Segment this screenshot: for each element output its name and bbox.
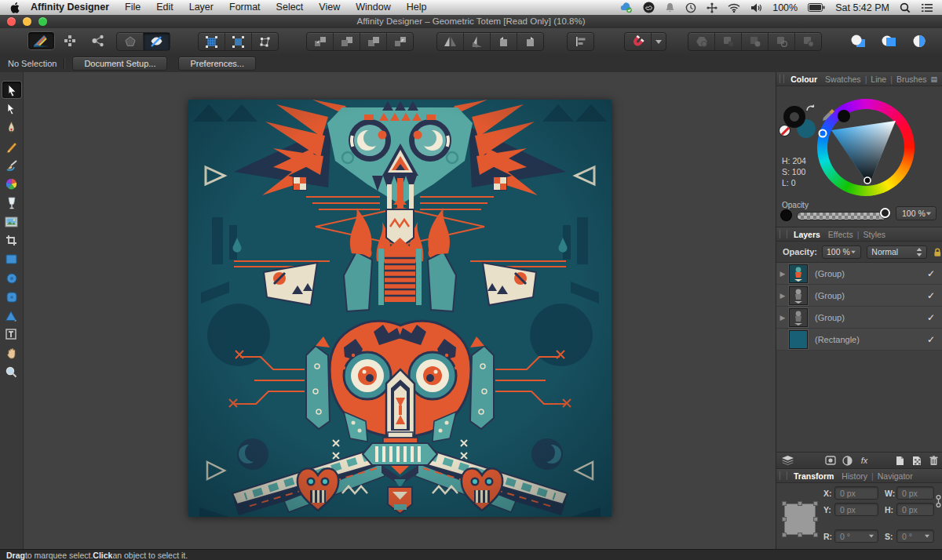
- snap-to-grid-button[interactable]: [225, 33, 252, 50]
- boolean-combine-button[interactable]: [795, 33, 821, 50]
- snapping-button[interactable]: [625, 33, 652, 50]
- layers-stack-icon[interactable]: [780, 453, 796, 467]
- pixel-persona-button[interactable]: [57, 32, 82, 49]
- fill-tool[interactable]: [2, 176, 21, 192]
- crosshair-icon[interactable]: [706, 2, 717, 13]
- layer-visibility-check[interactable]: ✓: [927, 312, 935, 323]
- layer-visibility-check[interactable]: ✓: [927, 334, 935, 345]
- h-field[interactable]: 0 px: [896, 503, 934, 516]
- rectangle-tool[interactable]: [2, 251, 21, 267]
- ellipse-tool[interactable]: [2, 270, 21, 286]
- triangle-tool[interactable]: [2, 307, 21, 324]
- alignment-button[interactable]: [568, 33, 593, 50]
- tab-line[interactable]: Line: [867, 75, 890, 84]
- boolean-divide-button[interactable]: [769, 33, 795, 50]
- no-fill-icon[interactable]: [780, 125, 790, 136]
- rounded-rectangle-tool[interactable]: [2, 289, 21, 305]
- layer-row[interactable]: ▶ (Group) ✓: [776, 307, 942, 329]
- menu-item-format[interactable]: Format: [221, 0, 268, 15]
- place-image-tool[interactable]: [2, 213, 21, 230]
- sync-status-icon[interactable]: [620, 2, 633, 13]
- panel-menu-icon[interactable]: ▤: [930, 75, 938, 83]
- opacity-value-dropdown[interactable]: 100 %: [896, 206, 937, 220]
- pen-tool[interactable]: [2, 119, 21, 136]
- transform-mode-button[interactable]: [252, 33, 278, 50]
- title-bar[interactable]: Affinity Designer – Geometric Totem [Rea…: [0, 15, 942, 29]
- menu-item-file[interactable]: File: [117, 0, 148, 15]
- triangle-handle[interactable]: [864, 177, 871, 184]
- layer-thumbnail[interactable]: [789, 264, 808, 283]
- document-setup-button[interactable]: Document Setup...: [72, 56, 167, 71]
- menu-item-window[interactable]: Window: [348, 0, 398, 15]
- tab-effects[interactable]: Effects: [824, 230, 857, 239]
- flip-horizontal-button[interactable]: [437, 33, 464, 50]
- time-machine-icon[interactable]: [685, 2, 696, 13]
- notification-center-icon[interactable]: [921, 3, 933, 13]
- boolean-intersect-button[interactable]: [742, 33, 769, 50]
- move-to-back-button[interactable]: [307, 33, 334, 50]
- s-field[interactable]: 0 °: [896, 529, 934, 543]
- node-tool[interactable]: [2, 100, 21, 117]
- add-mask-button[interactable]: [822, 453, 838, 467]
- secondary-swatch[interactable]: [838, 110, 850, 122]
- layer-row[interactable]: ▶ (Group) ✓: [776, 285, 942, 307]
- transparency-tool[interactable]: [2, 195, 21, 211]
- menu-item-view[interactable]: View: [311, 0, 348, 15]
- layer-thumbnail[interactable]: [789, 330, 808, 349]
- tab-navigator[interactable]: Navigator: [874, 471, 917, 481]
- insert-behind-button[interactable]: [845, 32, 871, 49]
- forward-one-button[interactable]: [360, 33, 387, 50]
- tab-transform[interactable]: Transform: [790, 471, 838, 481]
- swap-swatches-icon[interactable]: [805, 104, 816, 113]
- tab-brushes[interactable]: Brushes: [893, 75, 931, 84]
- menu-clock[interactable]: Sat 5:42 PM: [835, 2, 889, 13]
- menu-item-select[interactable]: Select: [268, 0, 312, 15]
- layer-thumbnail[interactable]: [789, 286, 808, 305]
- wifi-icon[interactable]: [728, 3, 740, 13]
- layer-thumbnail[interactable]: [789, 308, 808, 327]
- canvas-pasteboard[interactable]: [24, 72, 776, 549]
- eyedropper-icon[interactable]: [822, 108, 835, 122]
- artistic-text-tool[interactable]: [2, 326, 21, 343]
- add-fx-button[interactable]: fx: [856, 453, 872, 467]
- brush-tool[interactable]: [2, 157, 21, 173]
- menu-item-app[interactable]: Affinity Designer: [27, 0, 117, 15]
- edit-in-photo-button[interactable]: [117, 33, 144, 50]
- boolean-add-button[interactable]: [688, 33, 715, 50]
- menu-item-edit[interactable]: Edit: [148, 0, 181, 15]
- disclosure-icon[interactable]: ▶: [776, 292, 789, 300]
- layer-row[interactable]: (Rectangle) ✓: [776, 329, 942, 351]
- opacity-slider[interactable]: [797, 212, 886, 220]
- apple-menu-icon[interactable]: [9, 2, 20, 13]
- link-dimensions-icon[interactable]: [936, 494, 941, 508]
- tab-swatches[interactable]: Swatches: [821, 75, 865, 84]
- panel-grip[interactable]: [780, 75, 784, 83]
- stroke-swatch[interactable]: [783, 106, 805, 128]
- view-tool[interactable]: [2, 345, 21, 362]
- layer-visibility-check[interactable]: ✓: [927, 268, 935, 279]
- zoom-tool[interactable]: [2, 364, 21, 380]
- creative-cloud-icon[interactable]: [643, 2, 655, 13]
- volume-icon[interactable]: [750, 3, 762, 13]
- opacity-swatch[interactable]: [781, 210, 791, 220]
- notifications-icon[interactable]: [665, 2, 675, 13]
- canvas-artwork[interactable]: [188, 100, 612, 517]
- layer-row[interactable]: ▶ (Group) ✓: [776, 263, 942, 285]
- x-field[interactable]: 0 px: [834, 486, 878, 500]
- tab-styles[interactable]: Styles: [860, 230, 890, 239]
- rotate-cw-button[interactable]: [517, 33, 543, 50]
- menu-item-help[interactable]: Help: [399, 0, 435, 15]
- toggle-preview-mode-button[interactable]: [144, 33, 170, 50]
- insert-on-top-button[interactable]: [875, 32, 901, 49]
- snapping-dropdown[interactable]: [652, 33, 666, 50]
- tab-layers[interactable]: Layers: [790, 230, 824, 239]
- blend-mode-dropdown[interactable]: Normal: [867, 245, 927, 259]
- back-one-button[interactable]: [334, 33, 360, 50]
- delete-layer-button[interactable]: [926, 453, 942, 467]
- disclosure-icon[interactable]: ▶: [776, 314, 789, 322]
- menu-item-layer[interactable]: Layer: [181, 0, 221, 15]
- w-field[interactable]: 0 px: [896, 486, 934, 500]
- opacity-knob[interactable]: [880, 208, 890, 218]
- add-layer-button[interactable]: [892, 453, 908, 467]
- vector-crop-tool[interactable]: [2, 232, 21, 249]
